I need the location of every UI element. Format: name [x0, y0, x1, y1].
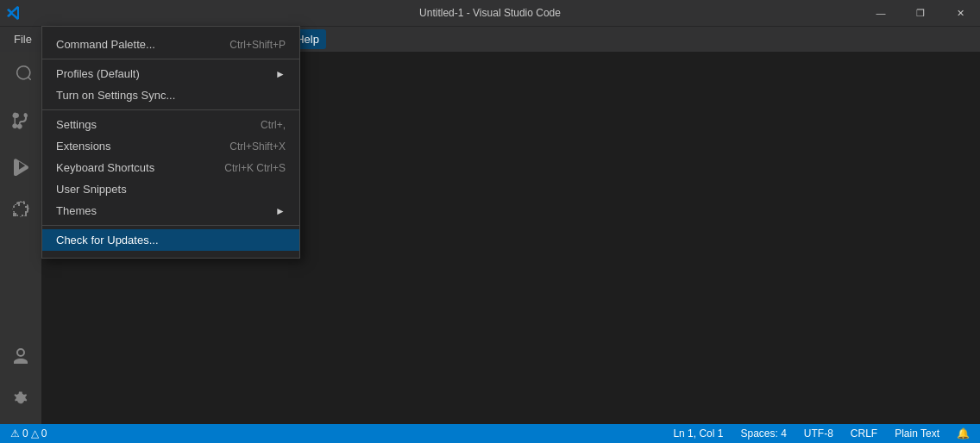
- sync-label: Turn on Settings Sync...: [56, 89, 175, 102]
- line-col-text: Ln 1, Col 1: [673, 427, 723, 440]
- activity-icon-search[interactable]: [0, 55, 41, 97]
- window-controls: — ❒ ✕: [861, 0, 980, 26]
- menu-command-palette[interactable]: Command Palette... Ctrl+Shift+P: [42, 34, 299, 55]
- activity-icon-source-control[interactable]: [0, 100, 41, 141]
- activity-icon-run-debug[interactable]: [0, 145, 41, 186]
- warning-count: 0: [41, 427, 47, 440]
- menu-sync[interactable]: Turn on Settings Sync...: [42, 84, 299, 106]
- statusbar-errors-warnings[interactable]: ⚠ 0 △ 0: [7, 424, 50, 443]
- help-dropdown-menu: Command Palette... Ctrl+Shift+P Profiles…: [41, 26, 300, 259]
- activity-icon-accounts[interactable]: [0, 336, 41, 377]
- themes-arrow: ►: [275, 205, 286, 217]
- warning-icon: △: [31, 427, 39, 440]
- vscode-logo: [7, 6, 21, 20]
- extensions-label: Extensions: [56, 140, 111, 153]
- extensions-shortcut: Ctrl+Shift+X: [229, 140, 286, 153]
- menu-user-snippets[interactable]: User Snippets: [42, 178, 299, 200]
- statusbar-spaces[interactable]: Spaces: 4: [737, 424, 789, 443]
- menu-settings[interactable]: Settings Ctrl+,: [42, 114, 299, 135]
- statusbar-language[interactable]: Plain Text: [891, 424, 943, 443]
- encoding-text: UTF-8: [804, 427, 833, 440]
- titlebar: Untitled-1 - Visual Studio Code — ❒ ✕: [0, 0, 980, 26]
- close-button[interactable]: ✕: [940, 0, 980, 26]
- activity-icon-settings[interactable]: [0, 379, 41, 421]
- language-text: Plain Text: [895, 427, 939, 440]
- themes-label: Themes: [56, 204, 97, 217]
- statusbar: ⚠ 0 △ 0 Ln 1, Col 1 Spaces: 4 UTF-8 CRLF…: [0, 424, 980, 443]
- statusbar-notifications[interactable]: 🔔: [953, 424, 973, 443]
- settings-shortcut: Ctrl+,: [261, 119, 286, 131]
- statusbar-line-col[interactable]: Ln 1, Col 1: [669, 424, 726, 443]
- eol-text: CRLF: [851, 427, 877, 440]
- menu-check-updates[interactable]: Check for Updates...: [42, 229, 299, 251]
- menu-section-1: Command Palette... Ctrl+Shift+P: [42, 30, 299, 59]
- statusbar-encoding[interactable]: UTF-8: [801, 424, 837, 443]
- command-palette-shortcut: Ctrl+Shift+P: [229, 39, 286, 51]
- keyboard-shortcuts-shortcut: Ctrl+K Ctrl+S: [224, 162, 286, 174]
- menu-file[interactable]: File: [7, 29, 39, 49]
- error-count: 0: [22, 427, 28, 440]
- profiles-label: Profiles (Default): [56, 67, 140, 80]
- menu-section-3: Settings Ctrl+, Extensions Ctrl+Shift+X …: [42, 110, 299, 226]
- error-icon: ⚠: [10, 427, 20, 440]
- user-snippets-label: User Snippets: [56, 183, 127, 196]
- restore-button[interactable]: ❒: [901, 0, 940, 26]
- bell-icon: 🔔: [957, 427, 970, 440]
- activity-bar-bottom: [0, 336, 41, 424]
- menu-profiles[interactable]: Profiles (Default) ►: [42, 63, 299, 84]
- menu-section-2: Profiles (Default) ► Turn on Settings Sy…: [42, 59, 299, 110]
- check-updates-label: Check for Updates...: [56, 234, 159, 246]
- menu-keyboard-shortcuts[interactable]: Keyboard Shortcuts Ctrl+K Ctrl+S: [42, 157, 299, 178]
- profiles-arrow: ►: [275, 68, 286, 80]
- menu-extensions[interactable]: Extensions Ctrl+Shift+X: [42, 135, 299, 157]
- minimize-button[interactable]: —: [861, 0, 901, 26]
- statusbar-right: Ln 1, Col 1 Spaces: 4 UTF-8 CRLF Plain T…: [669, 424, 973, 443]
- keyboard-shortcuts-label: Keyboard Shortcuts: [56, 161, 154, 174]
- activity-icon-extensions[interactable]: [0, 190, 41, 231]
- statusbar-eol[interactable]: CRLF: [847, 424, 881, 443]
- menu-themes[interactable]: Themes ►: [42, 200, 299, 222]
- menu-section-4: Check for Updates...: [42, 226, 299, 254]
- activity-bar: [0, 52, 41, 424]
- spaces-text: Spaces: 4: [740, 427, 786, 440]
- command-palette-label: Command Palette...: [56, 38, 155, 51]
- settings-label: Settings: [56, 118, 97, 131]
- statusbar-left: ⚠ 0 △ 0: [7, 424, 50, 443]
- title-text: Untitled-1 - Visual Studio Code: [419, 7, 561, 19]
